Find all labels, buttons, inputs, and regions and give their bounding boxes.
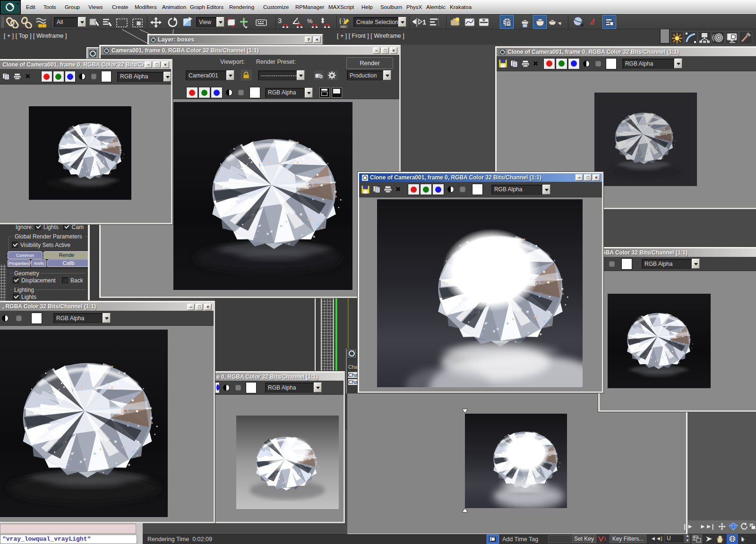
svg-text:ABC: ABC — [340, 25, 348, 29]
svg-text:%: % — [307, 17, 313, 25]
svg-text:3: 3 — [278, 17, 282, 25]
svg-text:1: 1 — [422, 18, 426, 26]
